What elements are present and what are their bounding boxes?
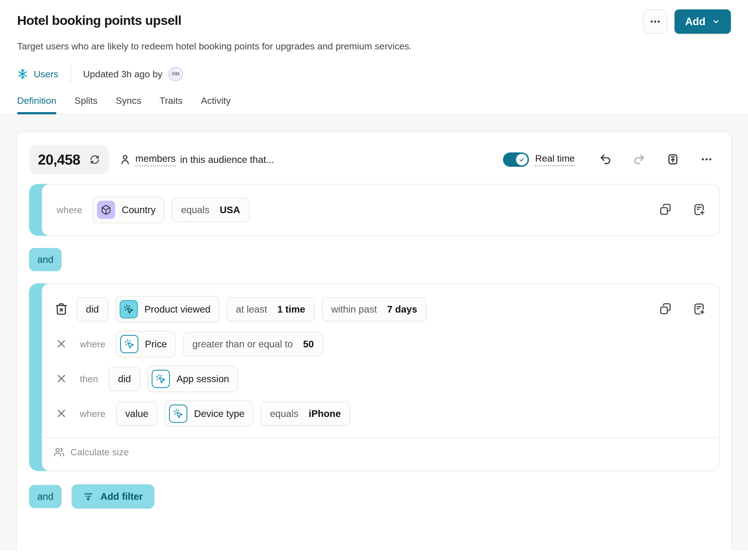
value-chip[interactable]: value [116,401,158,426]
add-filter-button[interactable]: Add filter [72,484,155,509]
time-window-chip[interactable]: within past 7 days [322,297,426,321]
field-label: Country [122,204,156,215]
event-label: App session [177,373,229,384]
page-description: Target users who are likely to redeem ho… [17,41,731,52]
person-icon [119,154,131,165]
operator-text: greater than or equal to [192,339,293,349]
audience-summary-row: 20,458 members in this audience that... [29,145,720,174]
undo-button[interactable] [599,153,612,167]
frequency-value: 1 time [277,304,305,315]
ellipsis-icon [649,16,661,28]
operator-text: equals [270,408,298,419]
calculate-size-button[interactable]: Calculate size [53,438,708,458]
keyword-where: where [56,204,82,215]
avatar: DM [168,67,183,81]
audience-builder-page: Hotel booking points upsell Add Target u… [0,0,748,551]
frequency-text: at least [236,304,267,315]
event-row-actions [659,302,706,316]
property-chip-device-type[interactable]: Device type [165,400,253,427]
did-label: did [86,304,99,315]
operator-value: USA [219,204,240,215]
updated-text: Updated 3h ago by [83,69,162,79]
tab-traits[interactable]: Traits [159,95,183,114]
event-label: Product viewed [144,304,210,315]
audience-sentence-text: in this audience that... [180,154,274,165]
event-click-icon [120,300,138,318]
event-property-icon [120,335,138,353]
connector-and[interactable]: and [29,485,62,508]
did-label: did [118,373,131,384]
tab-syncs[interactable]: Syncs [116,95,141,114]
refresh-count-button[interactable] [90,154,100,165]
add-note-button[interactable] [693,203,706,217]
users-icon [53,446,65,458]
tab-definition[interactable]: Definition [17,95,56,114]
chevron-down-icon [711,17,720,26]
add-filter-label: Add filter [100,491,143,502]
property-chip-price[interactable]: Price [116,331,176,357]
operator-text: equals [181,204,209,215]
event-chip-product-viewed[interactable]: Product viewed [115,296,219,322]
member-count-pill: 20,458 [29,145,109,174]
audience-sentence: members in this audience that... [119,153,274,167]
operator-chip-price[interactable]: greater than or equal to 50 [183,332,323,356]
toggle-knob [516,154,528,165]
event-row-product-viewed: did Product viewed at least 1 time [53,296,708,322]
member-count: 20,458 [38,151,80,168]
realtime-label: Real time [535,153,575,166]
keyword-where: where [80,408,106,419]
operator-chip-country[interactable]: equals USA [171,198,250,222]
tab-splits[interactable]: Splits [75,95,97,114]
event-property-icon [169,405,187,423]
add-note-button[interactable] [693,302,706,316]
card-more-button[interactable] [700,153,713,167]
keyword-where: where [80,339,106,349]
updated-info: Updated 3h ago by DM [83,67,183,81]
operator-value: iPhone [308,408,341,419]
condition-group-event: did Product viewed at least 1 time [29,283,720,471]
connector-and[interactable]: and [29,248,62,271]
field-chip-country[interactable]: Country [93,197,165,223]
audience-entity-label: Users [34,69,58,79]
remove-filter-button[interactable] [55,408,67,420]
page-title: Hotel booking points upsell [17,9,182,28]
operator-value: 50 [303,339,314,349]
frequency-chip[interactable]: at least 1 time [227,297,314,321]
event-chip-app-session[interactable]: App session [147,366,238,392]
tab-activity[interactable]: Activity [201,95,231,114]
duplicate-condition-button[interactable] [659,203,672,217]
audience-definition-card: 20,458 members in this audience that... [16,131,732,551]
event-row-device-type: where value Device type equals i [53,400,708,427]
add-filter-row: and Add filter [29,484,720,509]
add-button[interactable]: Add [675,9,731,34]
property-label: Device type [194,408,244,419]
delete-condition-button[interactable] [54,302,68,317]
did-chip[interactable]: did [109,367,140,391]
members-selector[interactable]: members [135,153,176,167]
snowflake-icon [17,69,28,79]
event-row-app-session: then did App session [53,366,708,392]
tab-bar: Definition Splits Syncs Traits Activity [0,95,748,114]
redo-button[interactable] [633,153,646,167]
remove-filter-button[interactable] [55,373,67,385]
remove-filter-button[interactable] [55,338,67,350]
more-actions-button[interactable] [643,9,667,34]
export-audience-button[interactable] [667,153,679,167]
duplicate-condition-button[interactable] [659,302,672,316]
value-label: value [125,408,148,419]
calculate-size-label: Calculate size [70,447,129,458]
did-chip[interactable]: did [76,297,108,321]
connector-row: and [29,248,720,271]
history-toolbar [599,153,713,167]
header-actions: Add [643,9,731,34]
condition-row-actions [659,203,706,217]
keyword-then: then [80,373,98,384]
audience-entity-selector[interactable]: Users [17,69,58,79]
realtime-toggle[interactable] [503,152,529,167]
event-click-icon [151,370,170,388]
operator-chip-device[interactable]: equals iPhone [260,401,350,426]
vertical-divider [70,65,71,83]
event-row-price: where Price greater than or equal to 50 [53,331,708,357]
event-condition-card: did Product viewed at least 1 time [42,283,720,471]
meta-row: Users Updated 3h ago by DM [17,65,731,83]
